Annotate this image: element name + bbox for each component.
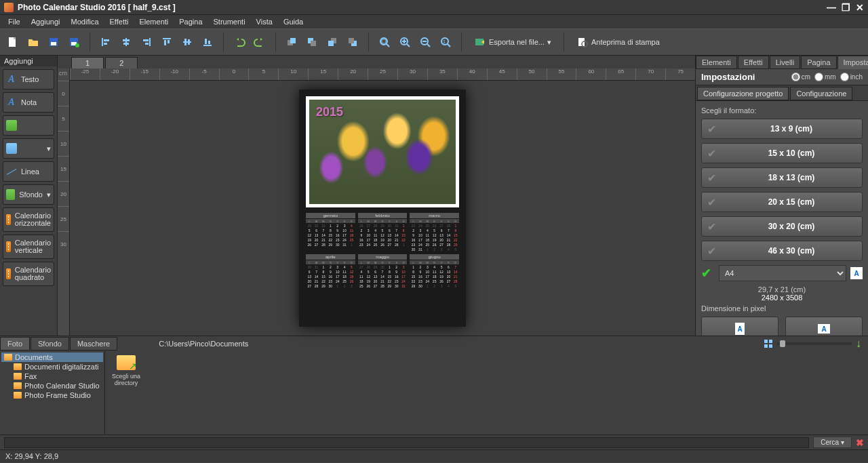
save-as-button[interactable] bbox=[66, 35, 81, 49]
new-button[interactable] bbox=[5, 35, 20, 49]
format-option[interactable]: ✔15 x 10 (cm) bbox=[701, 143, 863, 163]
subtab-project-config[interactable]: Configurazione progetto bbox=[697, 87, 789, 100]
add-calendar-q-button[interactable]: Calendario quadrato bbox=[3, 262, 54, 286]
undo-button[interactable] bbox=[232, 35, 247, 49]
tree-item[interactable]: Fax bbox=[1, 371, 103, 381]
menu-strumenti[interactable]: Strumenti bbox=[208, 16, 251, 27]
tree-item[interactable]: Documenti digitalizzati bbox=[1, 362, 103, 371]
minimize-button[interactable]: — bbox=[827, 2, 836, 13]
pick-directory-button[interactable]: ↗ Scegli una directory bbox=[109, 355, 143, 386]
canvas-viewport[interactable]: 2015 gennaioLMMGVSD293031123456789101112… bbox=[70, 81, 695, 336]
page-tab-1[interactable]: 1 bbox=[71, 57, 104, 68]
browser-zoom: ↓ bbox=[764, 338, 868, 350]
send-back-button[interactable] bbox=[345, 35, 360, 49]
align-center-v-button[interactable] bbox=[180, 35, 195, 49]
align-bottom-button[interactable] bbox=[200, 35, 215, 49]
bottom-browser: Foto Sfondo Maschere C:\Users\Pinco\Docu… bbox=[0, 336, 868, 449]
background-icon bbox=[6, 189, 15, 200]
clear-button[interactable]: ✖ bbox=[856, 437, 864, 448]
format-option[interactable]: ✔46 x 30 (cm) bbox=[701, 241, 863, 261]
browser-tab-foto[interactable]: Foto bbox=[0, 337, 30, 350]
settings-header: Impostazioni cm mm inch bbox=[696, 69, 868, 85]
close-button[interactable]: ✕ bbox=[856, 2, 864, 13]
calendar-month[interactable]: giugnoLMMGVSD123456789101112131415161718… bbox=[410, 254, 459, 288]
add-text-button[interactable]: ATesto bbox=[3, 69, 54, 89]
calendar-photo[interactable]: 2015 bbox=[306, 96, 459, 207]
unit-inch[interactable]: inch bbox=[840, 73, 863, 81]
refresh-icon[interactable]: ↓ bbox=[856, 338, 861, 350]
align-center-h-button[interactable] bbox=[119, 35, 134, 49]
menu-aggiungi[interactable]: Aggiungi bbox=[26, 16, 66, 27]
add-calendar-v-button[interactable]: Calendario verticale bbox=[3, 235, 54, 259]
add-calendar-h-button[interactable]: Calendario orizzontale bbox=[3, 207, 54, 232]
page-orientation-icon[interactable]: A bbox=[850, 267, 863, 279]
menu-file[interactable]: File bbox=[3, 16, 26, 27]
tree-item[interactable]: Photo Frame Studio bbox=[1, 390, 103, 400]
bring-front-button[interactable] bbox=[284, 35, 299, 49]
tree-item[interactable]: Photo Calendar Studio bbox=[1, 381, 103, 390]
tree-root[interactable]: Documents bbox=[1, 353, 103, 362]
menu-effetti[interactable]: Effetti bbox=[104, 16, 134, 27]
export-file-button[interactable]: Esporta nel file... ▾ bbox=[470, 35, 555, 49]
menu-pagina[interactable]: Pagina bbox=[174, 16, 208, 27]
thumbnail-icon[interactable] bbox=[764, 339, 773, 348]
calendar-month[interactable]: maggioLMMGVSD272829301234567891011121314… bbox=[358, 254, 408, 288]
format-option[interactable]: ✔13 x 9 (cm) bbox=[701, 119, 863, 139]
add-line-button[interactable]: Linea bbox=[3, 161, 54, 182]
calendar-document[interactable]: 2015 gennaioLMMGVSD293031123456789101112… bbox=[299, 89, 466, 327]
tab-livelli[interactable]: Livelli bbox=[770, 56, 801, 69]
maximize-button[interactable]: ❐ bbox=[842, 2, 850, 13]
format-select[interactable]: A4 bbox=[719, 265, 846, 281]
add-image-button[interactable] bbox=[3, 115, 54, 136]
portrait-button[interactable]: A bbox=[701, 317, 778, 336]
format-option[interactable]: ✔30 x 20 (cm) bbox=[701, 216, 863, 237]
subtab-config[interactable]: Configurazione bbox=[790, 87, 852, 100]
page-tab-2[interactable]: 2 bbox=[105, 57, 138, 68]
search-button[interactable]: Cerca▾ bbox=[813, 437, 852, 448]
zoom-in-button[interactable] bbox=[397, 35, 412, 49]
zoom-100-button[interactable]: 1 bbox=[438, 35, 453, 49]
align-top-button[interactable] bbox=[159, 35, 174, 49]
tree-root-label: Documents bbox=[15, 353, 53, 361]
format-option[interactable]: ✔20 x 15 (cm) bbox=[701, 192, 863, 212]
save-button[interactable] bbox=[46, 35, 61, 49]
menu-guida[interactable]: Guida bbox=[278, 16, 309, 27]
bring-forward-button[interactable] bbox=[304, 35, 319, 49]
calendar-month[interactable]: gennaioLMMGVSD29303112345678910111213141… bbox=[306, 213, 355, 251]
menu-vista[interactable]: Vista bbox=[251, 16, 278, 27]
svg-rect-35 bbox=[382, 39, 386, 43]
tab-impostazioni[interactable]: Impostazioni bbox=[837, 56, 868, 69]
menu-elementi[interactable]: Elementi bbox=[134, 16, 174, 27]
zoom-out-button[interactable] bbox=[418, 35, 433, 49]
search-input[interactable] bbox=[4, 437, 809, 448]
unit-mm[interactable]: mm bbox=[814, 73, 836, 81]
send-backward-button[interactable] bbox=[325, 35, 340, 49]
add-shape-button[interactable]: ▾ bbox=[3, 138, 54, 159]
align-left-button[interactable] bbox=[98, 35, 113, 49]
calendar-month[interactable]: febbraioLMMGVSD2627282930311234567891011… bbox=[358, 213, 408, 251]
add-background-button[interactable]: Sfondo▾ bbox=[3, 184, 54, 205]
align-right-button[interactable] bbox=[139, 35, 154, 49]
month-header: febbraio bbox=[358, 213, 408, 218]
format-label: 46 x 30 (cm) bbox=[721, 246, 862, 256]
unit-cm[interactable]: cm bbox=[791, 73, 810, 81]
calendar-month[interactable]: aprileLMMGVSD303112345678910111213141516… bbox=[306, 254, 355, 288]
svg-rect-20 bbox=[184, 39, 186, 45]
menu-modifica[interactable]: Modifica bbox=[66, 16, 104, 27]
landscape-button[interactable]: A bbox=[785, 317, 863, 336]
folder-tree[interactable]: Documents Documenti digitalizzatiFaxPhot… bbox=[0, 351, 105, 435]
calendar-month[interactable]: marzoLMMGVSD2324252627281234567891011121… bbox=[410, 213, 459, 251]
tab-elementi[interactable]: Elementi bbox=[696, 56, 737, 69]
browser-tab-sfondo[interactable]: Sfondo bbox=[31, 337, 69, 350]
folder-view[interactable]: ↗ Scegli una directory bbox=[105, 351, 868, 435]
add-note-button[interactable]: ANota bbox=[3, 92, 54, 113]
zoom-fit-button[interactable] bbox=[377, 35, 392, 49]
format-option[interactable]: ✔18 x 13 (cm) bbox=[701, 167, 863, 188]
tab-pagina[interactable]: Pagina bbox=[801, 56, 836, 69]
redo-button[interactable] bbox=[252, 35, 267, 49]
open-button[interactable] bbox=[26, 35, 41, 49]
print-preview-button[interactable]: Anteprima di stampa bbox=[572, 35, 664, 49]
browser-tab-maschere[interactable]: Maschere bbox=[70, 337, 117, 350]
thumbnail-zoom-slider[interactable] bbox=[777, 342, 852, 345]
tab-effetti[interactable]: Effetti bbox=[738, 56, 769, 69]
